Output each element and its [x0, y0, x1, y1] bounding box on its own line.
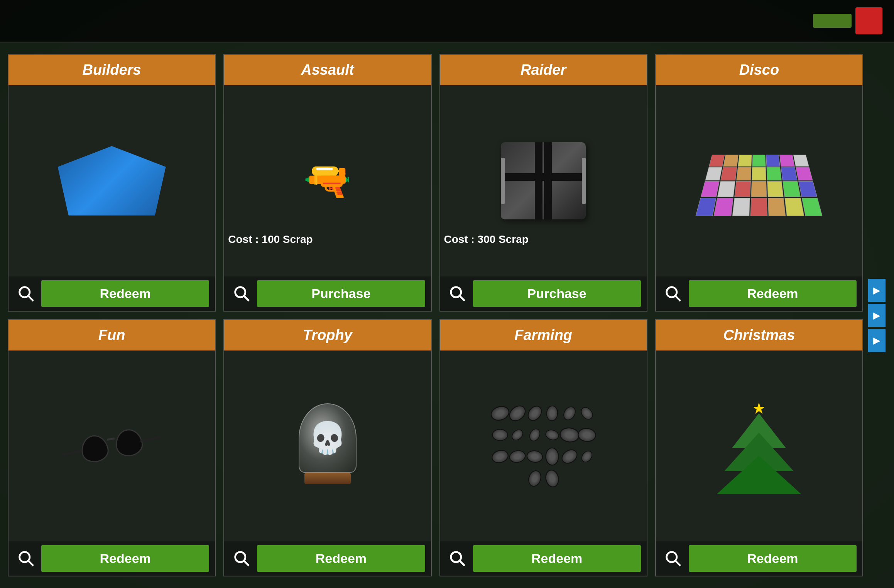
svg-line-11 [244, 561, 249, 566]
kit-image-area-farming [440, 350, 647, 542]
title-bar-right [813, 7, 882, 34]
action-button-assault[interactable]: Purchase [257, 280, 425, 307]
search-button-disco[interactable] [662, 282, 685, 305]
svg-point-4 [451, 287, 461, 297]
kit-card-farming: Farming Redeem [439, 319, 647, 577]
kits-grid: Builders RedeemAssault🔫Cost : 100 Scrap … [8, 54, 863, 576]
kit-card-fun: Fun Redeem [8, 319, 216, 577]
kit-footer-christmas: Redeem [656, 541, 862, 576]
action-button-christmas[interactable]: Redeem [689, 545, 857, 572]
search-button-raider[interactable] [446, 282, 469, 305]
kit-card-assault: Assault🔫Cost : 100 Scrap Purchase [223, 54, 431, 312]
scroll-btn-2[interactable]: ▶ [868, 304, 886, 327]
kit-header-raider: Raider [440, 55, 647, 85]
kit-footer-raider: Purchase [440, 276, 647, 311]
action-button-farming[interactable]: Redeem [473, 545, 641, 572]
kit-header-christmas: Christmas [656, 320, 862, 350]
kit-footer-fun: Redeem [8, 541, 215, 576]
close-button[interactable] [855, 7, 882, 34]
scroll-btn-3[interactable]: ▶ [868, 329, 886, 352]
kit-image-area-raider: Cost : 300 Scrap [440, 85, 647, 276]
svg-line-3 [244, 296, 249, 301]
title-bar [0, 0, 894, 42]
kit-footer-assault: Purchase [224, 276, 431, 311]
action-button-disco[interactable]: Redeem [689, 280, 857, 307]
search-button-assault[interactable] [230, 282, 253, 305]
svg-point-12 [451, 552, 461, 562]
kit-cost-raider: Cost : 300 Scrap [444, 233, 529, 246]
kit-card-raider: Raider Cost : 300 Scrap Purchase [439, 54, 647, 312]
svg-line-5 [460, 296, 465, 301]
kit-card-disco: Disco Redeem [655, 54, 863, 312]
kit-name-disco: Disco [739, 62, 779, 78]
search-button-farming[interactable] [446, 547, 469, 570]
kit-image-area-disco [656, 85, 862, 276]
kit-name-farming: Farming [514, 327, 572, 343]
kit-image-area-builders [8, 85, 215, 276]
scroll-panel: ▶ ▶ ▶ [867, 54, 886, 576]
action-button-builders[interactable]: Redeem [41, 280, 209, 307]
kit-footer-farming: Redeem [440, 541, 647, 576]
svg-point-14 [667, 552, 677, 562]
content-area: Builders RedeemAssault🔫Cost : 100 Scrap … [0, 42, 894, 588]
kit-footer-trophy: Redeem [224, 541, 431, 576]
kit-header-farming: Farming [440, 320, 647, 350]
kit-cost-assault: Cost : 100 Scrap [228, 233, 313, 246]
kit-image-area-trophy: 💀 [224, 350, 431, 542]
kit-card-builders: Builders Redeem [8, 54, 216, 312]
svg-point-2 [235, 287, 245, 297]
kit-footer-builders: Redeem [8, 276, 215, 311]
svg-point-8 [19, 552, 29, 562]
search-button-christmas[interactable] [662, 547, 685, 570]
svg-line-1 [28, 296, 33, 301]
svg-point-6 [667, 287, 677, 297]
main-window: Builders RedeemAssault🔫Cost : 100 Scrap … [0, 0, 894, 588]
kit-name-fun: Fun [98, 327, 125, 343]
search-button-builders[interactable] [14, 282, 37, 305]
kit-card-christmas: Christmas ★ Redeem [655, 319, 863, 577]
kit-name-trophy: Trophy [303, 327, 352, 343]
svg-line-7 [675, 296, 680, 301]
kit-header-fun: Fun [8, 320, 215, 350]
action-button-fun[interactable]: Redeem [41, 545, 209, 572]
svg-line-9 [28, 561, 33, 566]
kit-card-trophy: Trophy 💀 Redeem [223, 319, 431, 577]
kit-image-area-christmas: ★ [656, 350, 862, 542]
kit-image-area-assault: 🔫Cost : 100 Scrap [224, 85, 431, 276]
search-button-fun[interactable] [14, 547, 37, 570]
svg-line-15 [675, 561, 680, 566]
kit-name-christmas: Christmas [723, 327, 795, 343]
kit-header-trophy: Trophy [224, 320, 431, 350]
create-new-button[interactable] [813, 14, 852, 28]
scroll-btn-1[interactable]: ▶ [868, 279, 886, 302]
action-button-trophy[interactable]: Redeem [257, 545, 425, 572]
svg-point-10 [235, 552, 245, 562]
kit-footer-disco: Redeem [656, 276, 862, 311]
svg-line-13 [460, 561, 465, 566]
kit-image-area-fun [8, 350, 215, 542]
kit-header-builders: Builders [8, 55, 215, 85]
kit-header-disco: Disco [656, 55, 862, 85]
svg-point-0 [19, 287, 29, 297]
search-button-trophy[interactable] [230, 547, 253, 570]
kit-name-builders: Builders [83, 62, 141, 78]
kit-name-raider: Raider [521, 62, 566, 78]
kit-header-assault: Assault [224, 55, 431, 85]
action-button-raider[interactable]: Purchase [473, 280, 641, 307]
kit-name-assault: Assault [301, 62, 354, 78]
